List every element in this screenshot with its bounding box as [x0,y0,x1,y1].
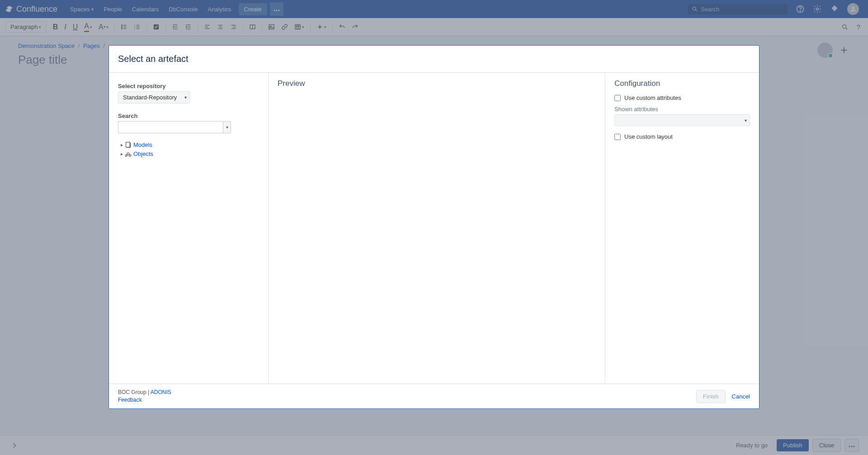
svg-line-58 [127,154,127,155]
repository-value: Standard-Repository [123,94,177,101]
search-label: Search [118,113,259,119]
artefact-tree: ▸ Models ▸ Objects [118,141,259,158]
cancel-button[interactable]: Cancel [732,393,750,400]
tree-node-label: Objects [133,150,153,157]
artefact-search: ▾ [118,121,231,133]
finish-button: Finish [696,390,726,403]
artefact-search-input[interactable] [118,121,223,133]
chevron-down-icon: ▾ [184,95,187,100]
use-custom-layout-label: Use custom layout [624,133,673,140]
use-custom-attributes-checkbox[interactable] [614,95,621,101]
preview-title: Preview [278,79,596,88]
dialog-credits: BOC Group | ADONIS Feedback [118,389,171,404]
svg-rect-54 [126,142,130,147]
dialog-left-panel: Select repository Standard-Repository ▾ … [109,73,268,384]
expand-icon: ▸ [121,151,123,156]
dialog-body: Select repository Standard-Repository ▾ … [109,73,759,384]
svg-line-59 [129,154,129,155]
product-link[interactable]: ADONIS [151,389,171,395]
company-name: BOC Group [118,389,146,395]
select-repository-label: Select repository [118,83,259,89]
feedback-link[interactable]: Feedback [118,397,142,403]
tree-node-objects[interactable]: ▸ Objects [121,150,259,158]
dialog-footer: BOC Group | ADONIS Feedback Finish Cance… [109,384,759,408]
chevron-down-icon: ▾ [745,118,747,123]
use-custom-attributes-label: Use custom attributes [624,94,681,101]
dialog-config-panel: Configuration Use custom attributes Show… [605,73,759,384]
tree-node-models[interactable]: ▸ Models [121,141,259,149]
dialog-actions: Finish Cancel [696,390,750,403]
use-custom-layout-checkbox[interactable] [614,134,621,140]
dialog-title: Select an artefact [118,54,750,64]
expand-icon: ▸ [121,142,123,147]
repository-dropdown[interactable]: Standard-Repository ▾ [118,91,190,103]
shown-attributes-label: Shown attributes [614,106,750,113]
artefact-search-dropdown-button[interactable]: ▾ [223,121,231,133]
tree-node-label: Models [133,141,152,148]
use-custom-attributes-row[interactable]: Use custom attributes [614,94,750,101]
models-icon [125,141,132,148]
config-title: Configuration [614,79,750,88]
dialog-preview-panel: Preview [268,73,605,384]
select-artefact-dialog: Select an artefact Select repository Sta… [108,45,760,409]
use-custom-layout-row[interactable]: Use custom layout [614,133,750,140]
objects-icon [125,150,132,157]
shown-attributes-dropdown[interactable]: ▾ [614,114,750,126]
dialog-header: Select an artefact [109,46,759,73]
